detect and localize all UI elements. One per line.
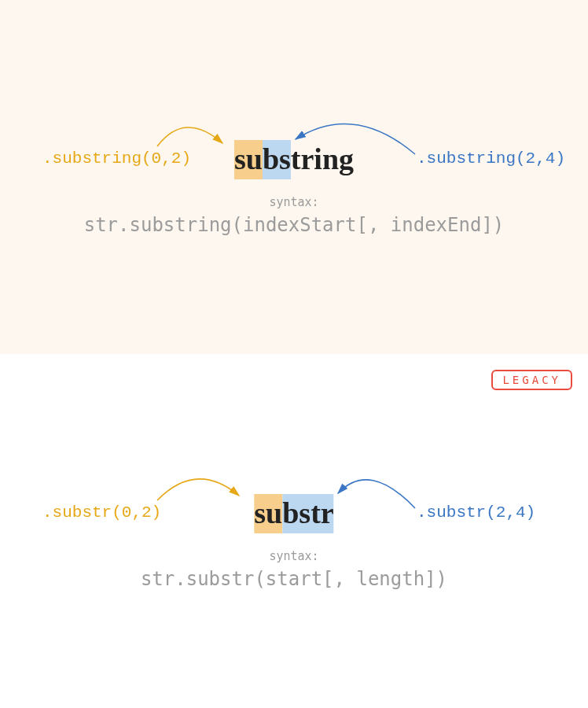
highlight-blue: bs — [263, 140, 291, 179]
highlight-orange: su — [234, 140, 263, 179]
word-substr: substr — [254, 494, 333, 533]
syntax-text: str.substring(indexStart[, indexEnd]) — [0, 214, 588, 236]
substr-panel: LEGACY .substr(0,2) .substr(2,4) substr … — [0, 354, 588, 708]
right-call-label: .substring(2,4) — [417, 149, 565, 168]
substring-panel: .substring(0,2) .substring(2,4) substrin… — [0, 0, 588, 354]
left-call-label: .substr(0,2) — [42, 503, 161, 522]
highlight-blue: bstr — [282, 494, 333, 533]
syntax-label: syntax: — [0, 195, 588, 209]
word-substring: substring — [234, 140, 354, 179]
highlight-orange: su — [254, 494, 282, 533]
arrow-orange-top — [157, 127, 222, 146]
arrow-blue-bottom — [338, 480, 415, 508]
syntax-block-bottom: syntax: str.substr(start[, length]) — [0, 549, 588, 590]
right-call-label: .substr(2,4) — [417, 503, 535, 522]
syntax-text: str.substr(start[, length]) — [0, 568, 588, 590]
syntax-label: syntax: — [0, 549, 588, 563]
legacy-badge: LEGACY — [491, 370, 572, 390]
syntax-block-top: syntax: str.substring(indexStart[, index… — [0, 195, 588, 236]
word-rest: tring — [291, 140, 354, 179]
arrow-orange-bottom — [157, 479, 239, 500]
left-call-label: .substring(0,2) — [42, 149, 191, 168]
